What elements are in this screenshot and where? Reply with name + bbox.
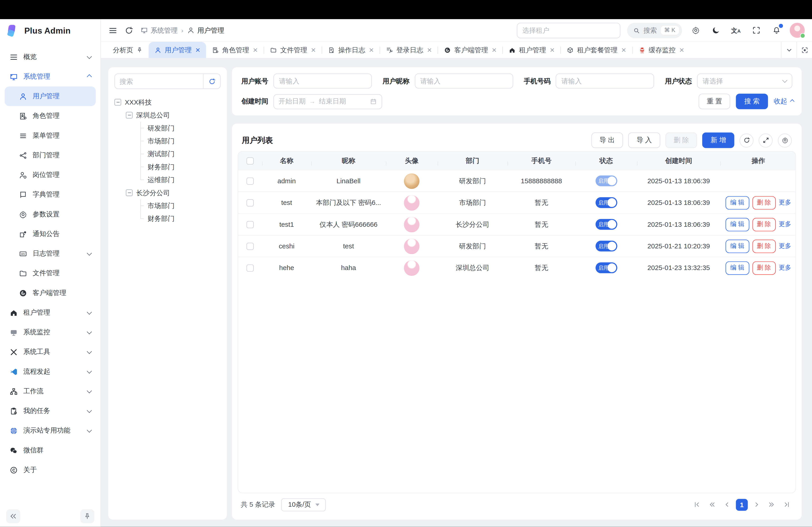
import-button[interactable]: 导 入 — [628, 133, 660, 148]
tree-node-changsha-branch[interactable]: 长沙分公司 — [114, 186, 221, 199]
sidebar-item-user-mgmt[interactable]: 用户管理 — [5, 86, 96, 106]
sidebar-item-workflow[interactable]: 工作流 — [5, 381, 96, 401]
date-range-picker[interactable]: 开始日期 → 结束日期 — [273, 94, 382, 109]
delete-button[interactable]: 删 除 — [752, 239, 776, 253]
tab-user-mgmt[interactable]: 用户管理 ✕ — [149, 42, 206, 58]
more-link[interactable]: 更多 — [779, 242, 791, 251]
close-icon[interactable]: ✕ — [369, 46, 374, 54]
tree-node-ops-dept[interactable]: 运维部门 — [114, 174, 221, 186]
close-icon[interactable]: ✕ — [550, 46, 555, 54]
page-size-select[interactable]: 10条/页 — [281, 498, 326, 511]
tab-client-mgmt[interactable]: 客户端管理 ✕ — [438, 42, 503, 58]
tab-file-mgmt[interactable]: 文件管理 ✕ — [264, 42, 322, 58]
batch-delete-button[interactable]: 删 除 — [665, 133, 697, 148]
sidebar-item-post-mgmt[interactable]: 岗位管理 — [5, 165, 96, 185]
sidebar-item-overview[interactable]: 概览 — [5, 47, 96, 67]
settings-gear-button[interactable] — [689, 24, 702, 37]
column-settings-button[interactable] — [778, 133, 792, 147]
edit-button[interactable]: 编 辑 — [726, 239, 749, 253]
hamburger-menu-icon[interactable] — [108, 26, 117, 35]
row-checkbox[interactable] — [247, 221, 254, 228]
current-page-button[interactable]: 1 — [736, 499, 748, 511]
forward-5-pages-button[interactable] — [765, 498, 778, 511]
sidebar-item-tenant-mgmt[interactable]: 租户管理 — [5, 303, 96, 322]
collapse-filter-link[interactable]: 收起 — [774, 97, 792, 106]
export-button[interactable]: 导 出 — [591, 133, 623, 148]
sidebar-item-log-mgmt[interactable]: DEV 日志管理 — [5, 244, 96, 263]
sidebar-item-process-start[interactable]: 流程发起 — [5, 362, 96, 381]
add-button[interactable]: 新 增 — [702, 133, 734, 148]
tab-tenant-mgmt[interactable]: 租户管理 ✕ — [503, 42, 561, 58]
logo[interactable]: Plus Admin — [0, 19, 100, 43]
edit-button[interactable]: 编 辑 — [726, 196, 749, 209]
tree-collapse-icon[interactable] — [126, 112, 133, 119]
status-toggle[interactable]: 启用 — [595, 197, 617, 208]
last-page-button[interactable] — [780, 498, 793, 511]
close-icon[interactable]: ✕ — [621, 46, 626, 54]
next-page-button[interactable] — [751, 498, 763, 511]
nickname-input[interactable] — [415, 74, 513, 89]
status-toggle[interactable]: 启用 — [595, 262, 617, 273]
sidebar-item-announcements[interactable]: 通知公告 — [5, 224, 96, 244]
language-translate-button[interactable]: 文A — [729, 24, 743, 37]
close-icon[interactable]: ✕ — [311, 46, 316, 54]
sidebar-item-file-mgmt[interactable]: 文件管理 — [5, 264, 96, 283]
sidebar-item-param-settings[interactable]: 参数设置 — [5, 205, 96, 224]
close-icon[interactable]: ✕ — [492, 46, 497, 54]
sidebar-item-client-mgmt[interactable]: 客户端管理 — [5, 283, 96, 303]
sidebar-item-my-tasks[interactable]: 我的任务 — [5, 401, 96, 421]
delete-button[interactable]: 删 除 — [752, 261, 776, 274]
row-checkbox[interactable] — [247, 177, 254, 184]
row-checkbox[interactable] — [247, 243, 254, 250]
table-refresh-button[interactable] — [740, 133, 754, 147]
dark-mode-moon-button[interactable] — [709, 24, 723, 37]
user-avatar[interactable] — [790, 23, 805, 38]
edit-button[interactable]: 编 辑 — [726, 261, 749, 274]
status-select[interactable]: 请选择 — [697, 74, 792, 89]
refresh-icon[interactable] — [124, 26, 133, 35]
close-icon[interactable]: ✕ — [253, 46, 258, 54]
sidebar-item-system-monitor[interactable]: 系统监控 — [5, 322, 96, 342]
close-icon[interactable]: ✕ — [195, 46, 201, 54]
global-search[interactable]: 搜索 ⌘ K — [627, 22, 682, 38]
phone-input[interactable] — [556, 74, 654, 89]
select-all-checkbox[interactable] — [247, 157, 254, 164]
edit-button[interactable]: 编 辑 — [726, 217, 749, 231]
tab-tenant-package-mgmt[interactable]: 租户套餐管理 ✕ — [561, 42, 632, 58]
back-5-pages-button[interactable] — [706, 498, 718, 511]
sidebar-pin-button[interactable] — [80, 509, 94, 523]
tenant-select-input[interactable] — [517, 22, 620, 38]
more-link[interactable]: 更多 — [779, 198, 791, 207]
fullscreen-button[interactable] — [749, 24, 763, 37]
sidebar-item-dict-mgmt[interactable]: 字典管理 — [5, 185, 96, 205]
row-checkbox[interactable] — [247, 199, 254, 206]
more-link[interactable]: 更多 — [779, 220, 791, 229]
tree-node-cs-market-dept[interactable]: 市场部门 — [114, 199, 221, 212]
status-toggle[interactable]: 启用 — [595, 219, 617, 230]
tree-node-rd-dept[interactable]: 研发部门 — [114, 122, 221, 135]
tree-node-market-dept[interactable]: 市场部门 — [114, 135, 221, 147]
status-toggle[interactable]: 启用 — [595, 241, 617, 252]
close-icon[interactable]: ✕ — [427, 46, 432, 54]
table-fullscreen-button[interactable] — [759, 133, 773, 147]
sidebar-item-dept-mgmt[interactable]: 部门管理 — [5, 146, 96, 165]
reset-button[interactable]: 重 置 — [698, 94, 730, 109]
sidebar-item-about[interactable]: 关于 — [5, 460, 96, 480]
tab-cache-monitor[interactable]: redis 缓存监控 ✕ — [633, 42, 690, 58]
content-fullscreen-button[interactable] — [796, 42, 812, 58]
close-icon[interactable]: ✕ — [679, 46, 684, 54]
breadcrumb-parent[interactable]: 系统管理 — [140, 26, 177, 35]
prev-page-button[interactable] — [721, 498, 733, 511]
sidebar-item-system-tools[interactable]: 系统工具 — [5, 342, 96, 362]
tree-collapse-icon[interactable] — [126, 189, 133, 196]
delete-button[interactable]: 删 除 — [752, 217, 776, 231]
tree-node-company[interactable]: XXX科技 — [114, 96, 221, 109]
sidebar-item-system-mgmt[interactable]: 系统管理 — [5, 67, 96, 86]
tree-refresh-button[interactable] — [203, 74, 220, 88]
tree-search-input[interactable] — [115, 74, 203, 88]
breadcrumb-current[interactable]: 用户管理 — [187, 26, 224, 35]
tree-collapse-icon[interactable] — [114, 99, 121, 106]
tab-list-dropdown-button[interactable] — [781, 42, 796, 58]
search-button[interactable]: 搜 索 — [736, 94, 768, 109]
sidebar-item-wechat-group[interactable]: 微信群 — [5, 440, 96, 460]
